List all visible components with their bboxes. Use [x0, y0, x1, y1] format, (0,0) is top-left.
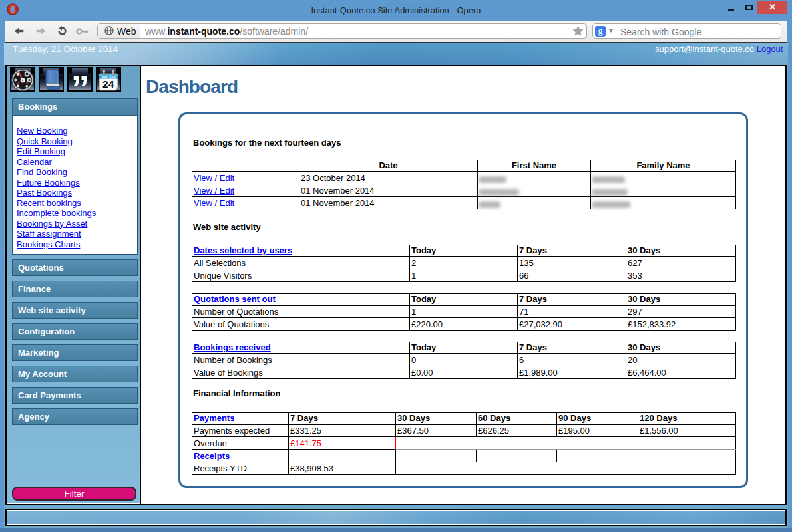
svg-text:”: ” [71, 67, 90, 92]
svg-text:24: 24 [102, 78, 114, 90]
